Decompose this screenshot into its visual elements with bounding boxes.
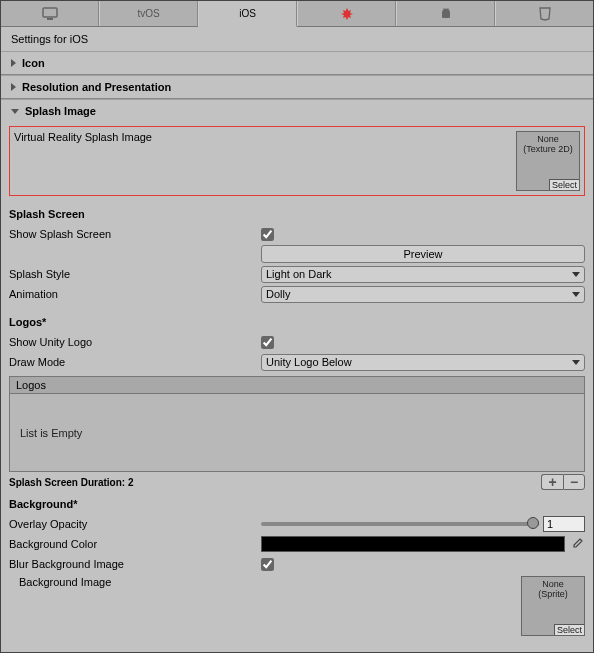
- android-icon: [440, 7, 452, 21]
- chevron-down-icon: [572, 292, 580, 297]
- texture-type: (Texture 2D): [523, 144, 573, 154]
- overlay-opacity-row: Overlay Opacity 1: [9, 514, 585, 534]
- eyedropper-button[interactable]: [569, 536, 585, 552]
- background-color-row: Background Color: [9, 534, 585, 554]
- vr-splash-texture-field[interactable]: None (Texture 2D) Select: [516, 131, 580, 191]
- foldout-splash: Splash Image Virtual Reality Splash Imag…: [1, 99, 593, 644]
- svg-rect-1: [47, 18, 53, 20]
- foldout-icon: Icon: [1, 51, 593, 75]
- foldout-header-resolution[interactable]: Resolution and Presentation: [1, 76, 593, 98]
- sprite-select-button[interactable]: Select: [554, 624, 584, 635]
- splash-content: Virtual Reality Splash Image None (Textu…: [1, 126, 593, 644]
- splash-style-label: Splash Style: [9, 268, 261, 280]
- logos-list: Logos List is Empty: [9, 376, 585, 472]
- show-unity-logo-row: Show Unity Logo: [9, 332, 585, 352]
- tab-android[interactable]: [396, 1, 495, 26]
- background-image-row: Background Image None (Sprite) Select: [9, 576, 585, 636]
- svg-rect-2: [442, 11, 450, 18]
- foldout-label: Resolution and Presentation: [22, 81, 171, 93]
- dropdown-value: Unity Logo Below: [266, 356, 352, 368]
- animation-row: Animation Dolly: [9, 284, 585, 304]
- chevron-right-icon: [11, 59, 16, 67]
- html5-icon: [539, 7, 551, 21]
- chevron-right-icon: [11, 83, 16, 91]
- show-splash-row: Show Splash Screen: [9, 224, 585, 244]
- foldout-header-splash[interactable]: Splash Image: [1, 100, 593, 122]
- tab-standalone[interactable]: [1, 1, 99, 26]
- logos-list-header: Logos: [9, 376, 585, 394]
- logos-section-header: Logos*: [9, 312, 585, 332]
- tab-ios[interactable]: iOS: [198, 1, 297, 27]
- dropdown-value: Dolly: [266, 288, 290, 300]
- texture-select-button[interactable]: Select: [549, 179, 579, 190]
- slider-thumb[interactable]: [527, 517, 539, 529]
- foldout-label: Icon: [22, 57, 45, 69]
- sprite-none: None: [542, 579, 564, 589]
- overlay-opacity-value[interactable]: 1: [543, 516, 585, 532]
- logos-list-body[interactable]: List is Empty: [9, 394, 585, 472]
- add-logo-button[interactable]: +: [541, 474, 563, 490]
- show-splash-checkbox[interactable]: [261, 228, 274, 241]
- remove-logo-button[interactable]: −: [563, 474, 585, 490]
- foldout-label: Splash Image: [25, 105, 96, 117]
- foldout-resolution: Resolution and Presentation: [1, 75, 593, 99]
- tab-webgl[interactable]: [495, 1, 593, 26]
- draw-mode-dropdown[interactable]: Unity Logo Below: [261, 354, 585, 371]
- texture-none: None: [537, 134, 559, 144]
- foldout-header-icon[interactable]: Icon: [1, 52, 593, 74]
- dropdown-value: Light on Dark: [266, 268, 331, 280]
- eyedropper-icon: [571, 538, 583, 550]
- tab-tvos[interactable]: tvOS: [99, 1, 198, 26]
- show-splash-label: Show Splash Screen: [9, 228, 261, 240]
- svg-rect-0: [43, 8, 57, 17]
- background-color-label: Background Color: [9, 538, 261, 550]
- background-color-field[interactable]: [261, 536, 565, 552]
- maple-icon: [340, 7, 354, 21]
- panel-title: Settings for iOS: [1, 27, 593, 51]
- monitor-icon: [42, 7, 58, 21]
- splash-style-row: Splash Style Light on Dark: [9, 264, 585, 284]
- blur-bg-label: Blur Background Image: [9, 558, 261, 570]
- duration-row: Splash Screen Duration: 2 + −: [9, 472, 585, 494]
- sprite-type: (Sprite): [538, 589, 568, 599]
- chevron-down-icon: [572, 360, 580, 365]
- preview-row: Preview: [9, 244, 585, 264]
- platform-tabs: tvOS iOS: [1, 1, 593, 27]
- background-section-header: Background*: [9, 494, 585, 514]
- vr-splash-label: Virtual Reality Splash Image: [14, 131, 152, 143]
- tab-label: tvOS: [137, 8, 159, 19]
- chevron-down-icon: [572, 272, 580, 277]
- animation-dropdown[interactable]: Dolly: [261, 286, 585, 303]
- tab-label: iOS: [239, 8, 256, 19]
- animation-label: Animation: [9, 288, 261, 300]
- preview-button[interactable]: Preview: [261, 245, 585, 263]
- show-unity-logo-label: Show Unity Logo: [9, 336, 261, 348]
- blur-bg-checkbox[interactable]: [261, 558, 274, 571]
- draw-mode-label: Draw Mode: [9, 356, 261, 368]
- splash-style-dropdown[interactable]: Light on Dark: [261, 266, 585, 283]
- duration-label: Splash Screen Duration: 2: [9, 477, 133, 488]
- chevron-down-icon: [11, 109, 19, 114]
- background-image-label: Background Image: [19, 576, 111, 588]
- splash-screen-header: Splash Screen: [9, 204, 585, 224]
- background-image-field[interactable]: None (Sprite) Select: [521, 576, 585, 636]
- blur-bg-row: Blur Background Image: [9, 554, 585, 574]
- overlay-opacity-slider[interactable]: [261, 522, 539, 526]
- show-unity-logo-checkbox[interactable]: [261, 336, 274, 349]
- draw-mode-row: Draw Mode Unity Logo Below: [9, 352, 585, 372]
- tab-maple[interactable]: [297, 1, 396, 26]
- overlay-opacity-label: Overlay Opacity: [9, 518, 261, 530]
- vr-splash-row: Virtual Reality Splash Image None (Textu…: [9, 126, 585, 196]
